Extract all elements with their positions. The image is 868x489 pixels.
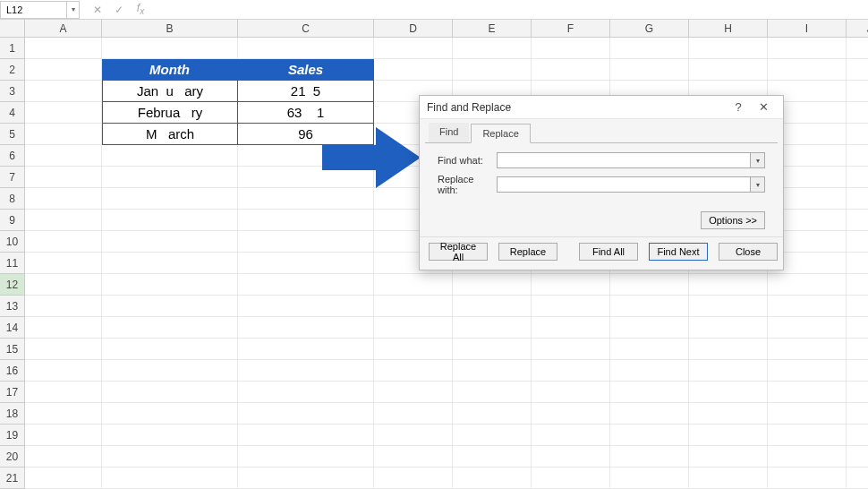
cell-I13[interactable] <box>768 296 847 317</box>
row-header-7[interactable]: 7 <box>0 167 25 188</box>
cell-G18[interactable] <box>610 403 689 425</box>
find-next-button[interactable]: Find Next <box>649 243 708 261</box>
cell-D15[interactable] <box>374 339 453 360</box>
cell-E16[interactable] <box>453 360 532 382</box>
find-what-dropdown[interactable]: ▾ <box>751 152 765 168</box>
column-header-b[interactable]: B <box>102 20 238 38</box>
cell-B4[interactable]: Februa ry <box>102 102 238 124</box>
cell-E19[interactable] <box>453 425 532 446</box>
cell-G13[interactable] <box>610 296 689 317</box>
cell-F21[interactable] <box>532 468 610 489</box>
cell-C12[interactable] <box>238 274 374 296</box>
cell-B5[interactable]: M arch <box>102 124 238 145</box>
dialog-titlebar[interactable]: Find and Replace ? ✕ <box>420 96 783 119</box>
cell-H1[interactable] <box>689 38 768 59</box>
replace-with-input[interactable] <box>497 176 751 193</box>
cell-D2[interactable] <box>374 59 453 81</box>
cell-E1[interactable] <box>453 38 532 59</box>
cell-B18[interactable] <box>102 403 238 425</box>
cell-H21[interactable] <box>689 468 768 489</box>
row-header-5[interactable]: 5 <box>0 124 25 145</box>
cell-C14[interactable] <box>238 317 374 339</box>
row-header-14[interactable]: 14 <box>0 317 25 339</box>
cell-C1[interactable] <box>238 38 374 59</box>
close-icon[interactable]: ✕ <box>751 98 776 117</box>
cell-G20[interactable] <box>610 446 689 468</box>
cell-C20[interactable] <box>238 446 374 468</box>
cell-B10[interactable] <box>102 231 238 253</box>
cell-E17[interactable] <box>453 382 532 403</box>
cell-F12[interactable] <box>532 274 610 296</box>
cell-D19[interactable] <box>374 425 453 446</box>
cell-D1[interactable] <box>374 38 453 59</box>
cell-E21[interactable] <box>453 468 532 489</box>
cell-J1[interactable] <box>847 38 868 59</box>
cell-J18[interactable] <box>847 403 868 425</box>
cell-H18[interactable] <box>689 403 768 425</box>
cell-B8[interactable] <box>102 188 238 210</box>
help-icon[interactable]: ? <box>726 98 751 117</box>
row-header-21[interactable]: 21 <box>0 468 25 489</box>
row-header-13[interactable]: 13 <box>0 296 25 317</box>
cell-H12[interactable] <box>689 274 768 296</box>
cell-A1[interactable] <box>25 38 102 59</box>
cell-H20[interactable] <box>689 446 768 468</box>
cell-B19[interactable] <box>102 425 238 446</box>
cell-J10[interactable] <box>847 231 868 253</box>
cell-C13[interactable] <box>238 296 374 317</box>
cell-A16[interactable] <box>25 360 102 382</box>
cell-I12[interactable] <box>768 274 847 296</box>
cell-G12[interactable] <box>610 274 689 296</box>
cell-D14[interactable] <box>374 317 453 339</box>
name-box-dropdown[interactable]: ▾ <box>67 1 80 19</box>
row-header-12[interactable]: 12 <box>0 274 25 296</box>
cell-C8[interactable] <box>238 188 374 210</box>
cell-G16[interactable] <box>610 360 689 382</box>
cell-G19[interactable] <box>610 425 689 446</box>
replace-with-dropdown[interactable]: ▾ <box>751 176 765 193</box>
replace-all-button[interactable]: Replace All <box>429 243 488 261</box>
cell-B17[interactable] <box>102 382 238 403</box>
cell-H19[interactable] <box>689 425 768 446</box>
cell-B15[interactable] <box>102 339 238 360</box>
cell-J11[interactable] <box>847 253 868 274</box>
cell-D18[interactable] <box>374 403 453 425</box>
replace-button[interactable]: Replace <box>498 243 557 261</box>
cell-B11[interactable] <box>102 253 238 274</box>
cell-D13[interactable] <box>374 296 453 317</box>
find-all-button[interactable]: Find All <box>579 243 638 261</box>
cell-B16[interactable] <box>102 360 238 382</box>
cell-B6[interactable] <box>102 145 238 167</box>
cell-A19[interactable] <box>25 425 102 446</box>
name-box[interactable]: L12 <box>0 1 67 19</box>
cell-A11[interactable] <box>25 253 102 274</box>
fx-icon[interactable]: fx <box>130 1 151 19</box>
column-header-f[interactable]: F <box>532 20 610 38</box>
cell-G15[interactable] <box>610 339 689 360</box>
cell-B14[interactable] <box>102 317 238 339</box>
row-header-11[interactable]: 11 <box>0 253 25 274</box>
cell-G1[interactable] <box>610 38 689 59</box>
cell-H14[interactable] <box>689 317 768 339</box>
cell-A4[interactable] <box>25 102 102 124</box>
cell-A13[interactable] <box>25 296 102 317</box>
cell-C2[interactable]: Sales <box>238 59 374 81</box>
cell-A9[interactable] <box>25 210 102 231</box>
cell-E20[interactable] <box>453 446 532 468</box>
cell-J16[interactable] <box>847 360 868 382</box>
cell-J6[interactable] <box>847 145 868 167</box>
cell-A21[interactable] <box>25 468 102 489</box>
cell-A2[interactable] <box>25 59 102 81</box>
cell-J14[interactable] <box>847 317 868 339</box>
row-header-4[interactable]: 4 <box>0 102 25 124</box>
cell-J4[interactable] <box>847 102 868 124</box>
cell-G14[interactable] <box>610 317 689 339</box>
cell-J19[interactable] <box>847 425 868 446</box>
cell-F1[interactable] <box>532 38 610 59</box>
cell-A5[interactable] <box>25 124 102 145</box>
cell-A20[interactable] <box>25 446 102 468</box>
row-header-6[interactable]: 6 <box>0 145 25 167</box>
spreadsheet-grid[interactable]: ABCDEFGHIJ 12345678910111213141516171819… <box>0 20 868 489</box>
cell-F15[interactable] <box>532 339 610 360</box>
cell-B12[interactable] <box>102 274 238 296</box>
